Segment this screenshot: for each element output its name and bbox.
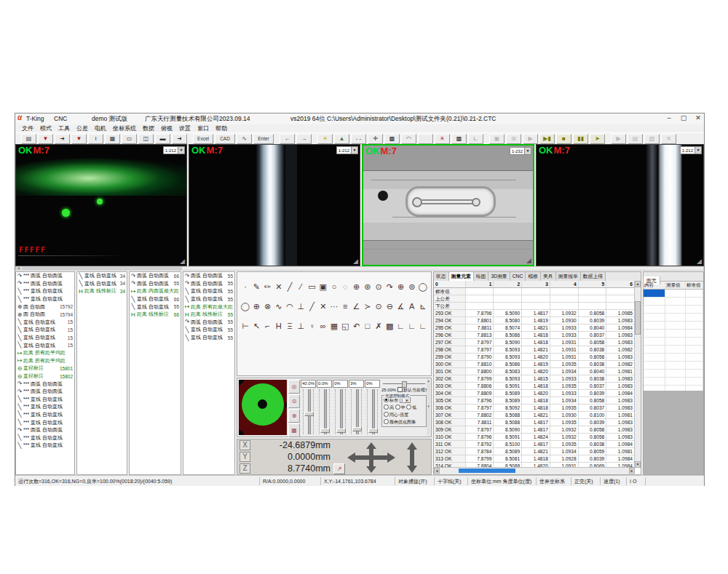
tool-icon[interactable]: ∠ [352, 301, 362, 311]
slider-track[interactable] [303, 389, 314, 434]
toolbar-button[interactable]: ▦ [105, 134, 120, 144]
scrollbar-thumb[interactable] [635, 301, 641, 335]
tool-icon[interactable]: ✏ [263, 282, 273, 292]
list-item[interactable]: ╲*** 直线 自动直线 [16, 442, 74, 450]
toolbar-button[interactable]: ◠ [401, 134, 416, 144]
toolbar-button[interactable]: ➜ [172, 134, 187, 144]
menu-item[interactable]: 坐标系统 [113, 124, 136, 132]
table-row[interactable]: 299 OK7.87908.50931.48201.09310.80581.09… [434, 354, 635, 361]
element-row[interactable] [644, 306, 703, 314]
scroll-up-icon[interactable]: ▲ [635, 281, 641, 287]
tool-icon[interactable]: A [407, 301, 417, 311]
scrollbar-thumb[interactable] [459, 469, 515, 473]
toolbar-button[interactable]: ✛ [368, 134, 383, 144]
list-item[interactable]: ↷*** 圆弧 自动圆弧 [16, 380, 74, 388]
resize-corner-icon[interactable]: ◢ [353, 258, 358, 265]
list-item[interactable]: ╲*** 直线 自动直线 [16, 434, 74, 442]
camera-view-3[interactable]: OKM:7 1-232▼ ◢ [362, 144, 534, 266]
tool-icon[interactable]: ✎ [251, 282, 261, 292]
element-row[interactable] [644, 370, 703, 378]
toolbar-button[interactable] [418, 134, 433, 144]
toolbar-button[interactable]: Ι [88, 134, 103, 144]
list-item[interactable]: ╲直线 自动直线34 [77, 272, 127, 280]
toolbar-button[interactable]: ▤ [628, 134, 643, 144]
toolbar-button[interactable]: ▤ [21, 134, 36, 144]
list-item[interactable]: ↦距离 所有距平均距 [16, 357, 74, 365]
z-jog-arrows[interactable] [405, 442, 419, 473]
tool-icon[interactable]: ◯ [240, 301, 250, 311]
list-item[interactable]: H距离 线性标注66 [130, 311, 181, 319]
toolbar-button[interactable]: ▲ [334, 134, 349, 144]
tool-icon[interactable]: · [240, 282, 250, 292]
tool-icon[interactable]: ∞ [318, 321, 328, 331]
xy-jog-arrows[interactable] [347, 442, 396, 473]
toolbar-button[interactable]: ⊞ [506, 134, 521, 144]
list-item[interactable]: ⊖直径标注15801 [16, 364, 74, 372]
slider-thumb[interactable] [304, 412, 314, 416]
ring-light-preview[interactable] [239, 380, 287, 435]
list-item[interactable]: ⊕圆 自动圆15794 [16, 311, 74, 319]
tool-icon[interactable]: ⊛ [363, 282, 373, 292]
toolbar-button[interactable]: → [296, 134, 312, 144]
tool-icon[interactable]: ⊾ [418, 301, 428, 311]
toolbar-button[interactable]: ☀ [317, 134, 333, 144]
element-row[interactable] [644, 298, 703, 306]
slider-thumb[interactable] [368, 428, 378, 433]
camera-select[interactable]: 1-212▼ [336, 146, 358, 154]
list-item[interactable]: ↷*** 圆弧 自动圆弧 [16, 426, 74, 434]
list-item[interactable]: ╲*** 直线 自动直线 [16, 287, 74, 295]
menu-item[interactable]: 工具 [58, 124, 70, 132]
tool-icon[interactable]: ⊙ [373, 301, 384, 311]
tool-icon[interactable]: ◌ [340, 282, 350, 292]
light-segment-button[interactable]: ⊕ [288, 409, 300, 423]
tab-状态[interactable]: 状态 [434, 272, 449, 281]
list-item[interactable]: ↦距离 所有距平均距 [16, 349, 74, 357]
tool-icon[interactable]: ↶ [352, 321, 362, 331]
list-item[interactable]: ╲直线 自动直线15 [16, 326, 74, 334]
list-item[interactable]: ╲*** 直线 自动直线 [16, 411, 74, 419]
table-row[interactable]: 296 OK7.88138.50861.48181.09330.80371.09… [434, 332, 635, 339]
list-item[interactable]: ╲直线 自动直线55 [183, 295, 234, 303]
tool-icon[interactable]: ⊖ [384, 301, 395, 311]
list-item[interactable]: ↦距离 内圆弧最大距 [130, 287, 181, 295]
toolbar-button[interactable]: ➜ [55, 134, 70, 144]
tab-CNC[interactable]: CNC [510, 272, 526, 281]
horizontal-scrollbar[interactable]: ◄ [15, 266, 704, 271]
tool-icon[interactable]: ⋯ [329, 301, 339, 311]
list-item[interactable]: H距离 线性标注34 [77, 287, 127, 295]
list-item[interactable]: ╲直线 自动直线55 [130, 303, 181, 311]
slider-thumb[interactable] [336, 428, 346, 433]
toolbar-button[interactable]: ▧ [644, 134, 660, 144]
tool-icon[interactable]: ▩ [384, 321, 395, 331]
table-row[interactable]: 306 OK7.87978.50921.48181.09350.80371.09… [434, 404, 635, 412]
special-row[interactable]: 标准值 [434, 288, 635, 295]
move-origin-button[interactable]: ↗ [333, 463, 345, 474]
tool-icon[interactable]: ⊕ [352, 282, 362, 292]
tool-icon[interactable]: ╱ [285, 282, 295, 292]
element-row[interactable] [644, 330, 703, 338]
light-segment-button[interactable]: ◎ [288, 380, 300, 394]
tool-icon[interactable]: ◱ [340, 321, 350, 331]
menu-item[interactable]: 模式 [40, 124, 52, 132]
tool-icon[interactable]: ⊥ [296, 301, 306, 311]
list-item[interactable]: ╲*** 直线 自动直线 [16, 295, 74, 303]
table-row[interactable]: 303 OK7.88068.50911.48181.09350.80371.09… [434, 383, 635, 390]
slider-track[interactable] [335, 389, 346, 434]
table-row[interactable]: 311 OK7.87928.51001.48171.09350.80381.09… [434, 441, 635, 448]
tool-icon[interactable]: ∟ [418, 321, 428, 331]
options-scrollbar[interactable]: ▲▼ [427, 379, 430, 436]
table-row[interactable]: 294 OK7.88018.50801.48191.09300.80391.09… [434, 317, 635, 324]
tool-icon[interactable]: ⊢ [240, 321, 250, 331]
toolbar-button[interactable]: ■ [556, 134, 571, 144]
tool-icon[interactable]: ▭ [307, 282, 317, 292]
table-row[interactable]: 309 OK7.87978.50901.48171.09320.80581.09… [434, 426, 635, 434]
menu-item[interactable]: 帮助 [215, 124, 227, 132]
camera-view-2[interactable]: OKM:7 1-212▼ ◢ [189, 144, 360, 266]
toolbar-button[interactable]: ▭ [122, 134, 137, 144]
tool-icon[interactable]: ∡ [396, 301, 406, 311]
table-row[interactable]: 307 OK7.88028.50881.48211.09300.81001.09… [434, 412, 635, 419]
tool-icon[interactable]: ○ [329, 282, 339, 292]
menu-item[interactable]: 电机 [95, 124, 106, 132]
tool-icon[interactable]: ∿ [274, 301, 284, 311]
scrollbar-thumb[interactable] [22, 267, 182, 270]
